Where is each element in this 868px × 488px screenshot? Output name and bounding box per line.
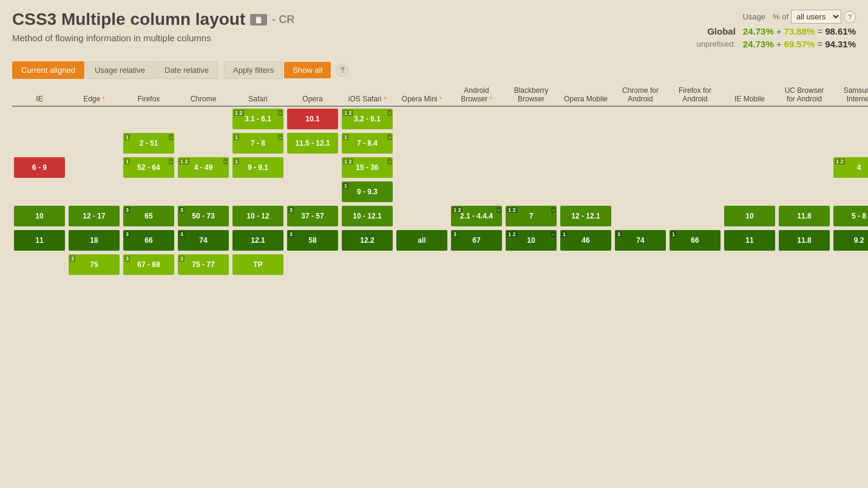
td-edge-3: [67, 155, 121, 180]
td-uc-6: [777, 252, 832, 277]
th-android-browser: Android Browser *: [449, 84, 504, 106]
td-ie-5: 11: [12, 228, 67, 252]
table-row: 10 12 - 17 3 65 3 50: [12, 204, 868, 228]
td-edge-5: 18: [67, 228, 121, 252]
global-eq: =: [817, 26, 822, 36]
td-firefoxand-4: [668, 204, 722, 228]
td-opmobile-5: 1 46: [558, 228, 613, 252]
td-operamini-5: all: [395, 228, 449, 252]
td-firefox-5: 3 66: [121, 228, 176, 252]
global-plus: +: [776, 26, 782, 36]
title-section: CSS3 Multiple column layout 📋 - CR Metho…: [12, 10, 294, 43]
td-opera-4: 3 37 - 57: [285, 204, 340, 228]
th-ie-mobile: IE Mobile: [722, 84, 777, 106]
td-android-4: 1 2 2.1 - 4.4.4 -: [449, 204, 504, 228]
td-firefox-3: 1 52 - 64 -: [121, 155, 176, 180]
td-operamini-3: [395, 155, 449, 180]
td-iemobile-5: 11: [722, 228, 777, 252]
td-android-3: [449, 155, 504, 180]
td-opera-3: [285, 155, 340, 180]
td-ie-2: [12, 131, 67, 155]
percent-of-label: % of: [773, 12, 788, 21]
td-firefox-3b: [121, 180, 176, 204]
unprefixed-plus: +: [776, 39, 782, 49]
global-lime-pct: 73.88%: [784, 26, 815, 36]
show-all-button[interactable]: Show all: [284, 62, 331, 78]
td-iemobile-4: 10: [722, 204, 777, 228]
td-chrome-1: [176, 106, 231, 131]
td-ios-5: 12.2: [340, 228, 395, 252]
th-samsung: Samsung Internet: [832, 84, 868, 106]
th-uc-browser: UC Browser for Android: [777, 84, 832, 106]
th-safari: Safari: [231, 84, 285, 106]
td-uc-5: 11.8: [777, 228, 832, 252]
tab-date-relative[interactable]: Date relative: [155, 61, 218, 79]
td-samsung-4: 5 - 8: [832, 204, 868, 228]
global-usage-row: Global 24.73% + 73.88% = 98.61%: [577, 26, 856, 36]
td-chromeand-3: [613, 155, 668, 180]
td-firefox-6: 3 67 - 68: [121, 252, 176, 277]
td-ios-6: [340, 252, 395, 277]
td-safari-3: 1 9 - 9.1: [231, 155, 285, 180]
td-iemobile-1: [722, 106, 777, 131]
th-firefox-android: Firefox for Android: [668, 84, 722, 106]
td-iemobile-6: [722, 252, 777, 277]
users-dropdown[interactable]: all users my users: [791, 10, 841, 24]
unprefixed-usage-row: unprefixed: 24.73% + 69.57% = 94.31%: [577, 39, 856, 49]
td-uc-2: [777, 131, 832, 155]
global-label: Global: [707, 26, 736, 36]
title-cr: - CR: [272, 13, 294, 26]
td-operamini-2: [395, 131, 449, 155]
apply-filters-button[interactable]: Apply filters: [224, 61, 283, 79]
td-firefox-4: 3 65: [121, 204, 176, 228]
page-header: CSS3 Multiple column layout 📋 - CR Metho…: [0, 0, 868, 56]
td-uc-1: [777, 106, 832, 131]
td-firefoxand-6: [668, 252, 722, 277]
td-chromeand-3b: [613, 180, 668, 204]
td-ios-3: 1 2 15 - 36 -: [340, 155, 395, 180]
usage-help-button[interactable]: ?: [844, 11, 856, 23]
td-chromeand-4: [613, 204, 668, 228]
usage-label: Usage: [742, 12, 765, 21]
td-opmobile-3: [558, 155, 613, 180]
td-chrome-5: 3 74: [176, 228, 231, 252]
td-opmobile-1: [558, 106, 613, 131]
filter-help-button[interactable]: ?: [336, 64, 349, 77]
td-safari-4: 10 - 12: [231, 204, 285, 228]
td-bb-4: 1 2 7 -: [504, 204, 558, 228]
td-firefox-2: 1 2 - 51 -: [121, 131, 176, 155]
tab-current-aligned[interactable]: Current aligned: [12, 61, 84, 79]
td-safari-3b: [231, 180, 285, 204]
tab-usage-relative[interactable]: Usage relative: [86, 61, 154, 79]
table-row: 1 2 - 51 - 1 7 - 8 - 11.5 - 12.1: [12, 131, 868, 155]
td-ie-3: 6 - 9: [12, 155, 67, 180]
td-safari-5: 12.1: [231, 228, 285, 252]
title-text: CSS3 Multiple column layout: [12, 10, 245, 29]
td-chromeand-1: [613, 106, 668, 131]
td-bb-3b: [504, 180, 558, 204]
th-opera-mobile: Opera Mobile: [558, 84, 613, 106]
td-chrome-4: 3 50 - 73: [176, 204, 231, 228]
th-firefox: Firefox: [121, 84, 176, 106]
td-samsung-1: [832, 106, 868, 131]
td-firefoxand-1: [668, 106, 722, 131]
unprefixed-label: unprefixed:: [697, 39, 736, 49]
global-total-pct: 98.61%: [825, 26, 856, 36]
global-green-pct: 24.73%: [743, 26, 774, 36]
td-safari-6: TP: [231, 252, 285, 277]
td-chrome-3b: [176, 180, 231, 204]
td-android-1: [449, 106, 504, 131]
td-samsung-2: [832, 131, 868, 155]
td-android-6: [449, 252, 504, 277]
td-bb-5: 1 2 10 -: [504, 228, 558, 252]
td-chromeand-5: 3 74: [613, 228, 668, 252]
usage-section: Usage % of all users my users ? Global 2…: [577, 10, 856, 52]
th-ios-safari: iOS Safari *: [340, 84, 395, 106]
td-opera-2: 11.5 - 12.1: [285, 131, 340, 155]
td-bb-3: [504, 155, 558, 180]
th-blackberry: Blackberry Browser: [504, 84, 558, 106]
td-iemobile-3: [722, 155, 777, 180]
page-title: CSS3 Multiple column layout 📋 - CR: [12, 10, 294, 29]
th-opera: Opera: [285, 84, 340, 106]
th-chrome-android: Chrome for Android: [613, 84, 668, 106]
